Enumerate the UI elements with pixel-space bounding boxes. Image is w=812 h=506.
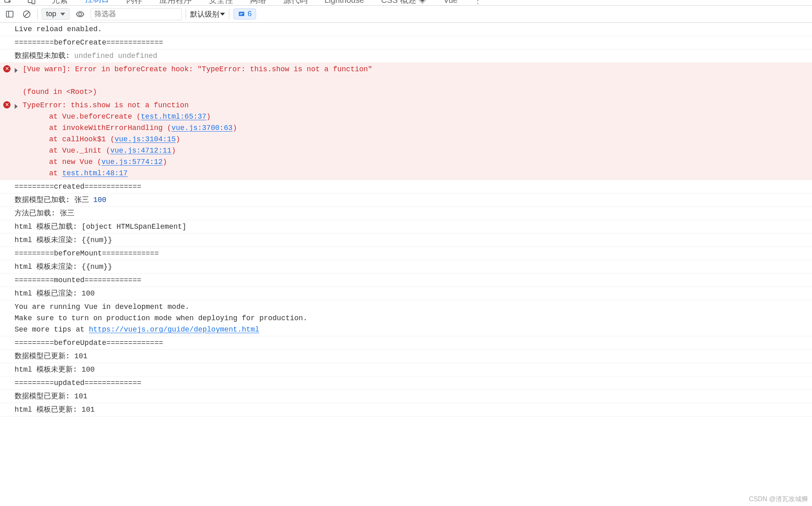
console-row: You are running Vue in development mode.… bbox=[0, 300, 812, 336]
console-row: 数据模型已加载: 张三 100 bbox=[0, 193, 812, 207]
console-row: =========mounted============= bbox=[0, 274, 812, 287]
source-link[interactable]: vue.js:4712:11 bbox=[110, 147, 171, 155]
tab-elements[interactable]: 元素 bbox=[49, 0, 70, 6]
device-toggle-icon[interactable] bbox=[26, 0, 37, 6]
console-row: 数据模型未加载: undefined undefined bbox=[0, 49, 812, 63]
console-toolbar: top 默认级别 6 bbox=[0, 6, 812, 23]
tab-console[interactable]: 控制台 bbox=[83, 0, 112, 6]
console-log-area: Live reload enabled.=========beforeCreat… bbox=[0, 23, 812, 417]
disclosure-triangle-icon[interactable] bbox=[14, 65, 20, 72]
clear-console-icon[interactable] bbox=[20, 8, 33, 21]
context-selector[interactable]: top bbox=[42, 8, 70, 20]
chevron-down-icon bbox=[220, 12, 225, 17]
console-row: html 模板未渲染: {{num}} bbox=[0, 234, 812, 247]
disclosure-triangle-icon[interactable] bbox=[14, 101, 20, 108]
svg-rect-2 bbox=[32, 0, 35, 4]
svg-rect-10 bbox=[240, 14, 242, 15]
tab-security[interactable]: 安全性 bbox=[206, 0, 235, 6]
console-error-row: ✕TypeError: this.show is not a function … bbox=[0, 99, 812, 180]
issues-badge[interactable]: 6 bbox=[233, 9, 256, 19]
inspect-element-icon[interactable] bbox=[2, 0, 14, 6]
toolbar-separator bbox=[186, 9, 186, 19]
source-link[interactable]: https://vuejs.org/guide/deployment.html bbox=[89, 325, 259, 334]
svg-point-7 bbox=[78, 13, 81, 15]
error-icon: ✕ bbox=[3, 101, 11, 108]
chevron-down-icon bbox=[60, 12, 65, 17]
tab-lighthouse[interactable]: Lighthouse bbox=[322, 0, 367, 5]
source-link[interactable]: test.html:48:17 bbox=[62, 169, 128, 177]
svg-rect-9 bbox=[240, 13, 244, 14]
console-row: 数据模型已更新: 101 bbox=[0, 350, 812, 363]
tab-memory[interactable]: 内存 bbox=[124, 0, 145, 6]
toolbar-separator bbox=[37, 9, 38, 19]
tab-vue[interactable]: Vue bbox=[441, 0, 460, 5]
svg-rect-3 bbox=[6, 11, 13, 17]
log-levels-selector[interactable]: 默认级别 bbox=[190, 9, 225, 19]
console-row: =========beforeCreate============= bbox=[0, 36, 812, 49]
console-row: html 模板已更新: 101 bbox=[0, 403, 812, 417]
console-row: =========beforeMount============= bbox=[0, 247, 812, 260]
toggle-sidebar-icon[interactable] bbox=[3, 8, 16, 21]
issue-icon bbox=[238, 11, 245, 18]
source-link[interactable]: vue.js:3104:15 bbox=[114, 135, 176, 143]
console-row: =========beforeUpdate============= bbox=[0, 336, 812, 350]
console-row: 方法已加载: 张三 bbox=[0, 207, 812, 220]
console-row: html 模板未渲染: {{num}} bbox=[0, 260, 812, 274]
log-levels-label: 默认级别 bbox=[190, 9, 219, 19]
tab-application[interactable]: 应用程序 bbox=[157, 0, 194, 6]
source-link[interactable]: vue.js:5774:12 bbox=[102, 158, 163, 166]
console-row: html 模板已渲染: 100 bbox=[0, 287, 812, 300]
source-link[interactable]: test.html:65:37 bbox=[141, 113, 206, 121]
tab-sources[interactable]: 源代码 bbox=[281, 0, 310, 6]
filter-input[interactable] bbox=[91, 8, 182, 20]
tab-cssoverview[interactable]: CSS 概述 ◈ bbox=[379, 0, 429, 6]
source-link[interactable]: vue.js:3700:63 bbox=[172, 124, 233, 132]
console-row: =========updated============= bbox=[0, 376, 812, 390]
svg-line-6 bbox=[25, 12, 29, 16]
console-row: 数据模型已更新: 101 bbox=[0, 390, 812, 403]
issues-count: 6 bbox=[248, 10, 252, 18]
toolbar-separator bbox=[229, 9, 229, 19]
tab-network[interactable]: 网络 bbox=[248, 0, 269, 6]
tabs-overflow-icon[interactable]: ⋮ bbox=[472, 0, 483, 6]
live-expression-icon[interactable] bbox=[74, 8, 87, 21]
error-icon: ✕ bbox=[3, 65, 11, 72]
console-row: html 模板未更新: 100 bbox=[0, 363, 812, 376]
console-row: =========created============= bbox=[0, 180, 812, 193]
devtools-panel-tabs: 元素 控制台 内存 应用程序 安全性 网络 源代码 Lighthouse CSS… bbox=[0, 0, 812, 6]
console-row: html 模板已加载: [object HTMLSpanElement] bbox=[0, 220, 812, 234]
svg-rect-8 bbox=[239, 12, 244, 16]
context-selector-label: top bbox=[46, 10, 56, 18]
console-row: Live reload enabled. bbox=[0, 23, 812, 36]
console-error-row: ✕[Vue warn]: Error in beforeCreate hook:… bbox=[0, 63, 812, 99]
